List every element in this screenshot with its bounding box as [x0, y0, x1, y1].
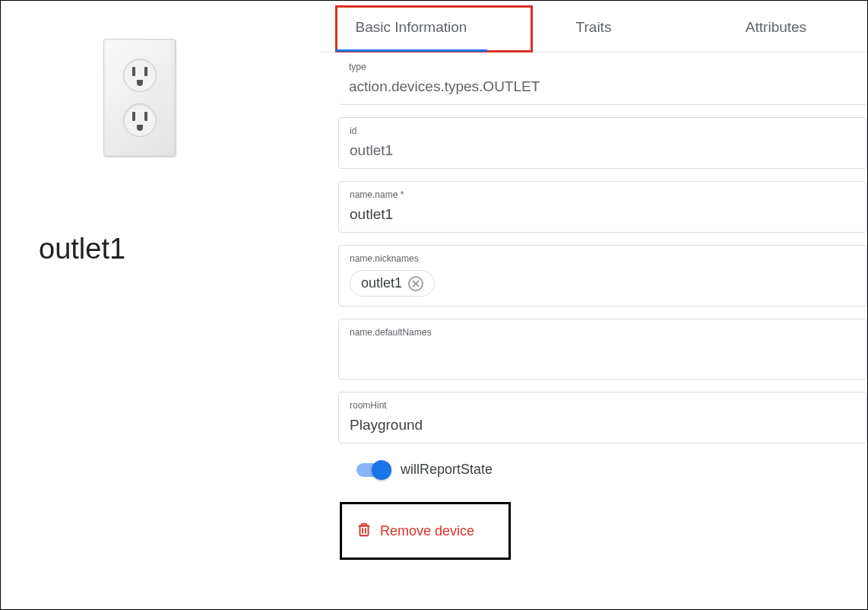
field-id-label: id [350, 125, 856, 136]
field-default-names[interactable]: name.defaultNames [338, 319, 867, 380]
tab-traits[interactable]: Traits [502, 5, 685, 52]
field-name-name-label: name.name * [350, 189, 856, 200]
field-type-value: action.devices.types.OUTLET [349, 78, 857, 95]
socket-bottom [123, 103, 157, 137]
tabs: Basic Information Traits Attributes [320, 5, 867, 52]
chip-nickname-text: outlet1 [361, 275, 402, 291]
socket-top [123, 59, 157, 92]
field-nicknames-label: name.nicknames [350, 253, 856, 264]
field-type-label: type [349, 62, 857, 72]
tab-basic-information[interactable]: Basic Information [320, 5, 502, 52]
remove-device-highlight: Remove device [340, 502, 511, 560]
field-name-nicknames[interactable]: name.nicknames outlet1 [338, 245, 867, 307]
field-default-names-value [350, 344, 856, 370]
field-id[interactable]: id outlet1 [338, 117, 867, 169]
form-area: type action.devices.types.OUTLET id outl… [320, 52, 867, 560]
toggle-will-report-state[interactable] [356, 463, 390, 477]
chip-nickname[interactable]: outlet1 [350, 270, 435, 297]
outlet-icon [103, 39, 176, 157]
close-icon[interactable] [408, 276, 423, 291]
tab-attributes[interactable]: Attributes [685, 5, 867, 52]
remove-device-button[interactable]: Remove device [356, 521, 474, 542]
field-room-hint-label: roomHint [350, 400, 856, 411]
remove-device-label: Remove device [380, 523, 474, 539]
device-sidebar: outlet1 [1, 1, 320, 609]
field-room-hint-value: Playground [350, 417, 856, 434]
field-name-name[interactable]: name.name * outlet1 [338, 181, 867, 233]
field-id-value: outlet1 [350, 142, 856, 159]
toggle-will-report-state-row: willReportState [356, 462, 867, 478]
field-default-names-label: name.defaultNames [350, 327, 856, 338]
device-title: outlet1 [39, 233, 290, 265]
field-type[interactable]: type action.devices.types.OUTLET [338, 54, 867, 105]
svg-rect-2 [360, 526, 369, 535]
toggle-label: willReportState [401, 462, 493, 478]
trash-icon [356, 521, 372, 542]
field-name-name-value: outlet1 [350, 206, 856, 223]
field-room-hint[interactable]: roomHint Playground [338, 392, 867, 443]
main-panel: Basic Information Traits Attributes type… [320, 1, 867, 609]
